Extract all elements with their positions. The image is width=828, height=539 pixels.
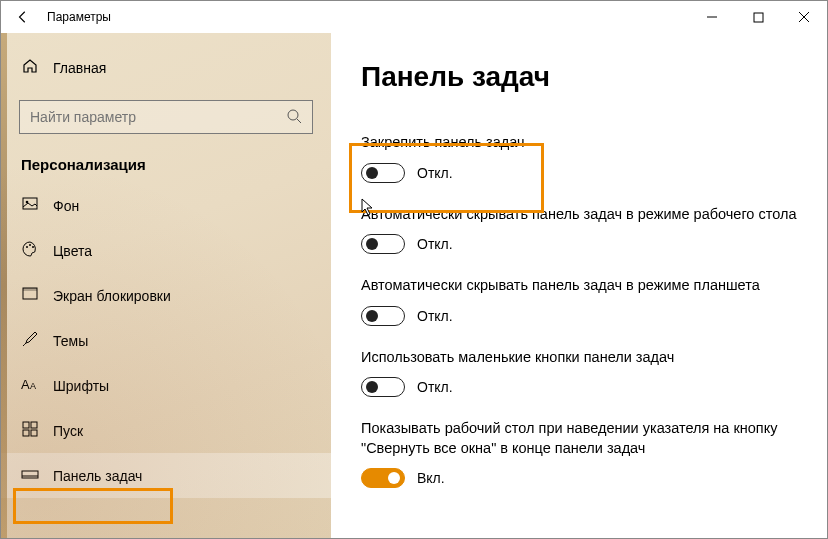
fonts-icon: AA [21,375,39,396]
sidebar-item-label: Шрифты [53,378,109,394]
setting-label: Использовать маленькие кнопки панели зад… [361,348,797,368]
sidebar-item-label: Темы [53,333,88,349]
picture-icon [21,195,39,216]
setting-autohide-tablet: Автоматически скрывать панель задач в ре… [361,276,797,326]
svg-point-9 [29,244,31,246]
sidebar-item-label: Панель задач [53,468,142,484]
sidebar-item-label: Фон [53,198,79,214]
svg-rect-1 [754,13,763,22]
svg-rect-17 [23,430,29,436]
toggle-state-text: Откл. [417,165,453,181]
page-title: Панель задач [361,61,797,93]
back-button[interactable] [7,1,39,33]
minimize-button[interactable] [689,1,735,33]
palette-icon [21,240,39,261]
toggle-knob [366,310,378,322]
sidebar-item-fonts[interactable]: AA Шрифты [1,363,331,408]
brush-icon [21,330,39,351]
setting-label: Автоматически скрывать панель задач в ре… [361,276,797,296]
setting-small-buttons: Использовать маленькие кнопки панели зад… [361,348,797,398]
svg-text:A: A [30,381,36,391]
start-icon [21,420,39,441]
setting-lock-taskbar: Закрепить панель задач Откл. [361,133,797,183]
toggle-lock-taskbar[interactable] [361,163,405,183]
window-body: Главная Персонализация Фон Цвета Экран б… [1,33,827,538]
svg-rect-19 [22,471,38,478]
toggle-state-text: Откл. [417,308,453,324]
setting-label: Закрепить панель задач [361,133,797,153]
settings-window: Параметры Главная Персонализаци [0,0,828,539]
sidebar-item-themes[interactable]: Темы [1,318,331,363]
close-button[interactable] [781,1,827,33]
svg-point-10 [32,246,34,248]
titlebar: Параметры [1,1,827,33]
sidebar: Главная Персонализация Фон Цвета Экран б… [1,33,331,538]
svg-text:A: A [21,377,30,392]
sidebar-item-taskbar[interactable]: Панель задач [1,453,331,498]
setting-label: Показывать рабочий стол при наведении ук… [361,419,797,458]
sidebar-item-start[interactable]: Пуск [1,408,331,453]
setting-label: Автоматически скрывать панель задач в ре… [361,205,797,225]
sidebar-home[interactable]: Главная [1,49,331,86]
sidebar-item-label: Цвета [53,243,92,259]
search-input[interactable] [30,109,286,125]
sidebar-item-label: Экран блокировки [53,288,171,304]
sidebar-home-label: Главная [53,60,106,76]
content-area: Панель задач Закрепить панель задач Откл… [331,33,827,538]
svg-rect-18 [31,430,37,436]
toggle-knob [366,381,378,393]
window-buttons [689,1,827,33]
toggle-knob [388,472,400,484]
sidebar-item-label: Пуск [53,423,83,439]
svg-rect-16 [31,422,37,428]
maximize-button[interactable] [735,1,781,33]
toggle-state-text: Откл. [417,236,453,252]
svg-line-5 [297,119,301,123]
sidebar-item-colors[interactable]: Цвета [1,228,331,273]
setting-autohide-desktop: Автоматически скрывать панель задач в ре… [361,205,797,255]
home-icon [21,57,39,78]
sidebar-item-background[interactable]: Фон [1,183,331,228]
search-icon [286,108,302,127]
toggle-autohide-desktop[interactable] [361,234,405,254]
svg-rect-15 [23,422,29,428]
toggle-knob [366,167,378,179]
toggle-autohide-tablet[interactable] [361,306,405,326]
toggle-peek-desktop[interactable] [361,468,405,488]
window-title: Параметры [47,10,111,24]
taskbar-icon [21,465,39,486]
toggle-small-buttons[interactable] [361,377,405,397]
svg-point-8 [26,246,28,248]
decorative-edge [1,33,7,538]
svg-point-4 [288,110,298,120]
setting-peek-desktop: Показывать рабочий стол при наведении ук… [361,419,797,488]
toggle-knob [366,238,378,250]
toggle-state-text: Откл. [417,379,453,395]
lockscreen-icon [21,285,39,306]
svg-rect-12 [23,288,37,291]
toggle-state-text: Вкл. [417,470,445,486]
search-box[interactable] [19,100,313,134]
sidebar-item-lockscreen[interactable]: Экран блокировки [1,273,331,318]
sidebar-section-title: Персонализация [1,156,331,183]
